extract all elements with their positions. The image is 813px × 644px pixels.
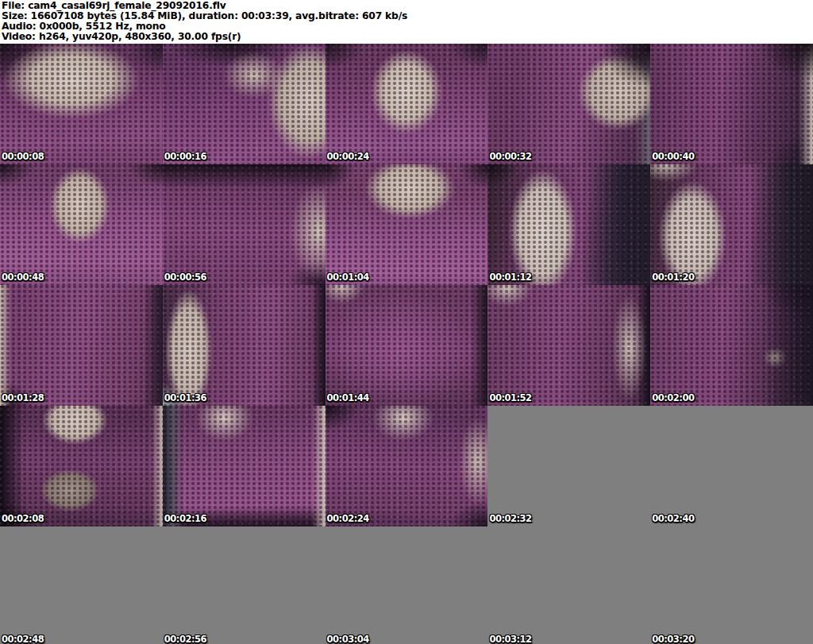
file-size-line: Size: 16607108 bytes (15.84 MiB), durati…: [2, 11, 813, 21]
video-frame: [163, 164, 326, 285]
thumbnail-cell-missing: 00:02:48: [0, 526, 163, 644]
timestamp-label: 00:01:36: [164, 392, 206, 403]
video-frame: [326, 526, 488, 644]
video-contact-sheet: File: cam4_casal69rj_female_29092016.flv…: [0, 0, 813, 644]
video-frame: [0, 285, 163, 406]
timestamp-label: 00:01:44: [327, 392, 369, 403]
video-frame: [326, 285, 488, 406]
timestamp-label: 00:01:52: [489, 392, 531, 403]
audio-info-line: Audio: 0x000b, 5512 Hz, mono: [2, 21, 813, 32]
file-name-line: File: cam4_casal69rj_female_29092016.flv: [2, 1, 813, 11]
timestamp-label: 00:00:32: [489, 151, 531, 162]
video-frame: [163, 285, 326, 406]
timestamp-label: 00:02:08: [2, 513, 44, 524]
video-frame: [487, 406, 650, 526]
timestamp-label: 00:03:12: [489, 634, 531, 644]
video-frame: [326, 406, 488, 526]
thumbnail-cell: 00:02:00: [650, 285, 813, 406]
file-info-header: File: cam4_casal69rj_female_29092016.flv…: [0, 0, 813, 44]
thumbnail-cell: 00:00:40: [650, 44, 813, 164]
video-frame: [487, 285, 650, 406]
video-frame: [487, 526, 650, 644]
video-frame: [650, 44, 813, 164]
video-frame: [650, 164, 813, 285]
video-frame: [650, 406, 813, 526]
thumbnail-cell: 00:01:04: [326, 164, 488, 285]
timestamp-label: 00:02:32: [489, 513, 531, 524]
video-frame: [326, 44, 488, 164]
timestamp-label: 00:01:04: [327, 272, 369, 283]
video-frame: [0, 526, 163, 644]
video-frame: [163, 44, 326, 164]
video-frame: [0, 406, 163, 526]
timestamp-label: 00:00:08: [2, 151, 44, 162]
thumbnail-cell: 00:01:44: [326, 285, 488, 406]
thumbnail-cell: 00:01:52: [487, 285, 650, 406]
timestamp-label: 00:00:56: [164, 272, 206, 283]
thumbnail-cell: 00:00:56: [163, 164, 326, 285]
video-frame: [0, 164, 163, 285]
thumbnail-cell: 00:02:16: [163, 406, 326, 526]
thumbnail-cell: 00:00:48: [0, 164, 163, 285]
timestamp-label: 00:02:16: [164, 513, 206, 524]
timestamp-label: 00:02:40: [652, 513, 694, 524]
timestamp-label: 00:03:04: [327, 634, 369, 644]
thumbnail-cell: 00:01:36: [163, 285, 326, 406]
thumbnail-cell-missing: 00:02:56: [163, 526, 326, 644]
timestamp-label: 00:00:24: [327, 151, 369, 162]
timestamp-label: 00:02:24: [327, 513, 369, 524]
timestamp-label: 00:00:48: [2, 272, 44, 283]
timestamp-label: 00:01:28: [2, 392, 44, 403]
thumbnail-cell-missing: 00:03:12: [487, 526, 650, 644]
thumbnail-cell: 00:02:08: [0, 406, 163, 526]
video-frame: [163, 406, 326, 526]
timestamp-label: 00:02:00: [652, 392, 694, 403]
timestamp-label: 00:01:20: [652, 272, 694, 283]
thumbnail-cell: 00:00:16: [163, 44, 326, 164]
video-frame: [650, 285, 813, 406]
timestamp-label: 00:03:20: [652, 634, 694, 644]
timestamp-label: 00:02:56: [164, 634, 206, 644]
thumbnail-cell: 00:01:12: [487, 164, 650, 285]
video-frame: [487, 44, 650, 164]
thumbnail-cell-missing: 00:03:20: [650, 526, 813, 644]
thumbnail-cell: 00:01:28: [0, 285, 163, 406]
video-frame: [650, 526, 813, 644]
thumbnail-cell-missing: 00:02:32: [487, 406, 650, 526]
thumbnail-cell-missing: 00:03:04: [326, 526, 488, 644]
timestamp-label: 00:00:40: [652, 151, 694, 162]
video-frame: [487, 164, 650, 285]
timestamp-label: 00:02:48: [2, 634, 44, 644]
thumbnail-cell: 00:00:32: [487, 44, 650, 164]
thumbnail-cell: 00:02:24: [326, 406, 488, 526]
thumbnail-grid: 00:00:08 00:00:16 00:00:24 00:00:32 00:0…: [0, 44, 813, 644]
timestamp-label: 00:01:12: [489, 272, 531, 283]
video-frame: [326, 164, 488, 285]
thumbnail-cell: 00:00:08: [0, 44, 163, 164]
timestamp-label: 00:00:16: [164, 151, 206, 162]
video-frame: [163, 526, 326, 644]
thumbnail-cell: 00:00:24: [326, 44, 488, 164]
video-info-line: Video: h264, yuv420p, 480x360, 30.00 fps…: [2, 32, 813, 42]
thumbnail-cell-missing: 00:02:40: [650, 406, 813, 526]
thumbnail-cell: 00:01:20: [650, 164, 813, 285]
video-frame: [0, 44, 163, 164]
